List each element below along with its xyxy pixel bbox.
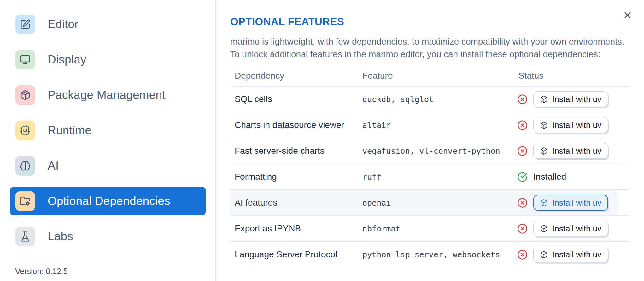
- panel-description: marimo is lightweight, with few dependen…: [230, 35, 629, 61]
- column-header-feature: Feature: [358, 71, 514, 81]
- package-box-icon: [540, 199, 548, 207]
- dependency-name: AI features: [230, 198, 358, 208]
- install-button-label: Install with uv: [552, 94, 601, 104]
- table-row: AI features openai Install with uv: [230, 189, 629, 215]
- sidebar-item-label: Runtime: [48, 124, 91, 137]
- sidebar-item-label: Optional Dependencies: [48, 194, 170, 208]
- page-title: OPTIONAL FEATURES: [230, 16, 629, 28]
- sidebar-menu: Editor Display Package Management Runtim…: [0, 0, 215, 251]
- install-button-label: Install with uv: [552, 250, 601, 260]
- sidebar-item-label: Labs: [48, 230, 73, 243]
- status-cell: Install with uv: [514, 117, 629, 133]
- table-row: Charts in datasource viewer altair Insta…: [230, 112, 629, 138]
- feature-packages: python-lsp-server, websockets: [358, 250, 514, 259]
- dependency-name: Export as IPYNB: [230, 224, 358, 234]
- package-box-icon: [540, 251, 548, 259]
- table-body: SQL cells duckdb, sqlglot Install with u…: [230, 86, 629, 267]
- dependency-name: Charts in datasource viewer: [230, 120, 358, 130]
- install-with-uv-button[interactable]: Install with uv: [533, 221, 608, 236]
- settings-dialog: Editor Display Package Management Runtim…: [0, 0, 644, 281]
- feature-packages: ruff: [358, 172, 514, 182]
- settings-sidebar: Editor Display Package Management Runtim…: [0, 0, 216, 281]
- install-with-uv-button[interactable]: Install with uv: [533, 195, 608, 211]
- dependency-name: SQL cells: [230, 94, 358, 104]
- description-line-2: To unlock additional features in the mar…: [230, 49, 600, 59]
- dependency-name: Language Server Protocol: [230, 249, 358, 260]
- table-row: Formatting ruff Installed: [230, 164, 629, 189]
- install-button-label: Install with uv: [552, 120, 601, 130]
- column-header-dependency: Dependency: [230, 71, 358, 81]
- installed-label: Installed: [533, 172, 566, 182]
- sidebar-item-label: Editor: [48, 18, 79, 31]
- monitor-icon: [15, 50, 35, 69]
- dependency-name: Fast server-side charts: [230, 146, 358, 156]
- table-row: Language Server Protocol python-lsp-serv…: [230, 241, 629, 267]
- sidebar-item-ai[interactable]: AI: [10, 152, 206, 180]
- status-cell: Install with uv: [514, 91, 629, 107]
- sidebar-item-runtime[interactable]: Runtime: [10, 116, 206, 145]
- status-cell: Install with uv: [514, 195, 629, 211]
- install-button-label: Install with uv: [552, 224, 601, 234]
- package-box-icon: [540, 95, 548, 103]
- feature-packages: nbformat: [358, 224, 514, 233]
- dependency-name: Formatting: [230, 172, 358, 182]
- folder-cog-icon: [15, 191, 35, 211]
- package-icon: [15, 85, 35, 105]
- sidebar-item-package-management[interactable]: Package Management: [10, 81, 206, 109]
- sidebar-item-optional-dependencies[interactable]: Optional Dependencies: [10, 187, 206, 215]
- sidebar-item-labs[interactable]: Labs: [10, 222, 206, 251]
- install-button-label: Install with uv: [552, 198, 601, 208]
- brain-icon: [15, 156, 35, 176]
- circle-x-icon: [517, 120, 528, 130]
- feature-packages: vegafusion, vl-convert-python: [358, 146, 514, 156]
- table-row: Export as IPYNB nbformat Install with uv: [230, 215, 629, 241]
- status-cell: Install with uv: [514, 247, 629, 262]
- circle-x-icon: [517, 224, 528, 234]
- status-cell: Installed: [514, 172, 629, 182]
- sidebar-item-label: AI: [48, 159, 59, 172]
- sidebar-item-display[interactable]: Display: [10, 45, 206, 74]
- circle-x-icon: [517, 94, 528, 105]
- circle-x-icon: [517, 249, 528, 260]
- install-with-uv-button[interactable]: Install with uv: [533, 91, 608, 107]
- sidebar-item-label: Display: [48, 53, 86, 66]
- package-box-icon: [540, 121, 548, 129]
- dependencies-table: Dependency Feature Status SQL cells duck…: [230, 66, 629, 267]
- edit-icon: [15, 15, 35, 34]
- feature-packages: openai: [358, 198, 514, 207]
- circle-x-icon: [517, 198, 528, 208]
- circle-x-icon: [517, 146, 528, 156]
- flask-icon: [15, 227, 35, 246]
- status-cell: Install with uv: [514, 221, 629, 236]
- feature-packages: duckdb, sqlglot: [358, 95, 514, 104]
- table-header-row: Dependency Feature Status: [230, 66, 629, 86]
- version-label: Version: 0.12.5: [15, 267, 68, 276]
- package-box-icon: [540, 225, 548, 233]
- column-header-status: Status: [514, 71, 629, 81]
- sidebar-item-label: Package Management: [48, 88, 166, 102]
- install-with-uv-button[interactable]: Install with uv: [533, 247, 608, 262]
- status-cell: Install with uv: [514, 143, 629, 159]
- package-box-icon: [540, 147, 548, 155]
- install-button-label: Install with uv: [552, 146, 601, 156]
- install-with-uv-button[interactable]: Install with uv: [533, 117, 608, 133]
- table-row: Fast server-side charts vegafusion, vl-c…: [230, 138, 629, 164]
- table-row: SQL cells duckdb, sqlglot Install with u…: [230, 86, 629, 112]
- install-with-uv-button[interactable]: Install with uv: [533, 143, 608, 159]
- optional-features-panel: OPTIONAL FEATURES marimo is lightweight,…: [217, 0, 644, 281]
- close-icon: [623, 10, 633, 20]
- sidebar-item-editor[interactable]: Editor: [10, 10, 206, 39]
- feature-packages: altair: [358, 121, 514, 130]
- circle-check-icon: [517, 172, 528, 182]
- description-line-1: marimo is lightweight, with few dependen…: [230, 37, 624, 46]
- close-button[interactable]: [621, 8, 635, 22]
- cpu-icon: [15, 121, 35, 140]
